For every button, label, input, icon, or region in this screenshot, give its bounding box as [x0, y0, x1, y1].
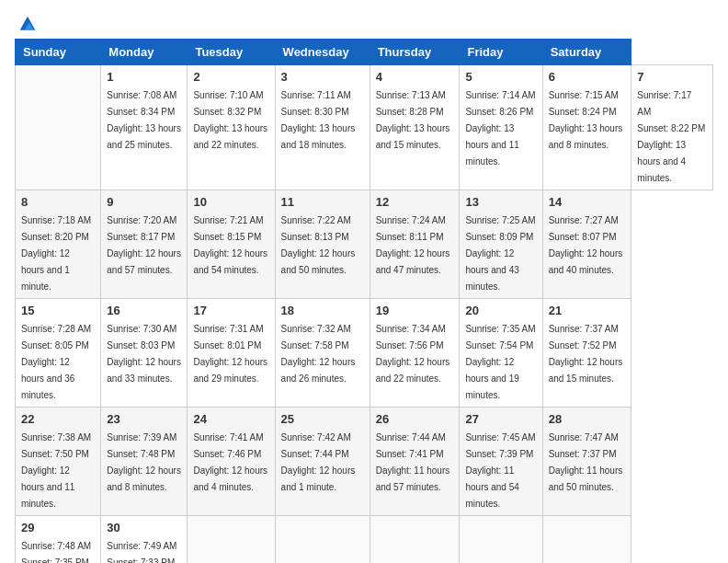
day-cell-22: 22Sunrise: 7:38 AMSunset: 7:50 PMDayligh… — [16, 408, 101, 516]
day-cell-23: 23Sunrise: 7:39 AMSunset: 7:48 PMDayligh… — [101, 408, 188, 516]
weekday-header-thursday: Thursday — [370, 40, 460, 65]
day-info: Sunrise: 7:10 AMSunset: 8:32 PMDaylight:… — [193, 90, 267, 150]
day-number: 21 — [549, 304, 626, 317]
weekday-header-monday: Monday — [101, 40, 188, 65]
day-number: 28 — [549, 412, 626, 426]
day-cell-5: 5Sunrise: 7:14 AMSunset: 8:26 PMDaylight… — [460, 65, 542, 190]
day-number: 19 — [376, 304, 454, 317]
weekday-header-wednesday: Wednesday — [275, 40, 370, 65]
day-info: Sunrise: 7:34 AMSunset: 7:56 PMDaylight:… — [376, 324, 450, 384]
day-cell-14: 14Sunrise: 7:27 AMSunset: 8:07 PMDayligh… — [542, 190, 631, 299]
day-number: 6 — [549, 70, 626, 84]
day-cell-4: 4Sunrise: 7:13 AMSunset: 8:28 PMDaylight… — [370, 65, 460, 190]
day-info: Sunrise: 7:41 AMSunset: 7:46 PMDaylight:… — [193, 432, 267, 492]
day-cell-24: 24Sunrise: 7:41 AMSunset: 7:46 PMDayligh… — [188, 408, 275, 516]
weekday-header-tuesday: Tuesday — [188, 40, 275, 65]
day-info: Sunrise: 7:31 AMSunset: 8:01 PMDaylight:… — [193, 324, 267, 384]
week-row-3: 15Sunrise: 7:28 AMSunset: 8:05 PMDayligh… — [16, 299, 713, 408]
day-number: 13 — [465, 195, 536, 209]
day-number: 15 — [21, 304, 95, 317]
empty-cell — [460, 516, 542, 564]
day-number: 9 — [107, 195, 181, 209]
day-cell-30: 30Sunrise: 7:49 AMSunset: 7:33 PMDayligh… — [101, 516, 188, 564]
day-cell-2: 2Sunrise: 7:10 AMSunset: 8:32 PMDaylight… — [188, 65, 275, 190]
empty-cell — [370, 516, 460, 564]
day-number: 26 — [376, 412, 454, 426]
day-number: 4 — [376, 70, 454, 84]
day-info: Sunrise: 7:37 AMSunset: 7:52 PMDaylight:… — [549, 324, 623, 384]
day-cell-3: 3Sunrise: 7:11 AMSunset: 8:30 PMDaylight… — [275, 65, 370, 190]
day-number: 30 — [107, 521, 181, 534]
day-info: Sunrise: 7:35 AMSunset: 7:54 PMDaylight:… — [465, 324, 535, 400]
day-cell-12: 12Sunrise: 7:24 AMSunset: 8:11 PMDayligh… — [370, 190, 460, 299]
day-info: Sunrise: 7:49 AMSunset: 7:33 PMDaylight:… — [107, 541, 181, 563]
day-cell-18: 18Sunrise: 7:32 AMSunset: 7:58 PMDayligh… — [275, 299, 370, 408]
day-info: Sunrise: 7:15 AMSunset: 8:24 PMDaylight:… — [549, 90, 623, 150]
day-info: Sunrise: 7:13 AMSunset: 8:28 PMDaylight:… — [376, 90, 450, 150]
day-info: Sunrise: 7:21 AMSunset: 8:15 PMDaylight:… — [193, 215, 267, 275]
day-cell-21: 21Sunrise: 7:37 AMSunset: 7:52 PMDayligh… — [542, 299, 631, 408]
day-info: Sunrise: 7:25 AMSunset: 8:09 PMDaylight:… — [465, 215, 535, 292]
day-number: 20 — [465, 304, 536, 317]
day-number: 14 — [549, 195, 626, 209]
day-cell-16: 16Sunrise: 7:30 AMSunset: 8:03 PMDayligh… — [101, 299, 188, 408]
day-number: 8 — [21, 195, 95, 209]
day-info: Sunrise: 7:47 AMSunset: 7:37 PMDaylight:… — [549, 432, 623, 492]
page-header — [15, 15, 713, 29]
weekday-header-row: SundayMondayTuesdayWednesdayThursdayFrid… — [16, 40, 713, 65]
day-cell-20: 20Sunrise: 7:35 AMSunset: 7:54 PMDayligh… — [460, 299, 542, 408]
day-number: 24 — [193, 412, 268, 426]
day-info: Sunrise: 7:17 AMSunset: 8:22 PMDaylight:… — [637, 90, 705, 183]
day-cell-15: 15Sunrise: 7:28 AMSunset: 8:05 PMDayligh… — [16, 299, 101, 408]
day-cell-25: 25Sunrise: 7:42 AMSunset: 7:44 PMDayligh… — [275, 408, 370, 516]
day-info: Sunrise: 7:27 AMSunset: 8:07 PMDaylight:… — [549, 215, 623, 275]
day-cell-10: 10Sunrise: 7:21 AMSunset: 8:15 PMDayligh… — [188, 190, 275, 299]
empty-cell — [542, 516, 631, 564]
day-cell-1: 1Sunrise: 7:08 AMSunset: 8:34 PMDaylight… — [101, 65, 188, 190]
day-number: 16 — [107, 304, 181, 317]
empty-cell — [275, 516, 370, 564]
day-info: Sunrise: 7:39 AMSunset: 7:48 PMDaylight:… — [107, 432, 181, 492]
day-cell-26: 26Sunrise: 7:44 AMSunset: 7:41 PMDayligh… — [370, 408, 460, 516]
day-number: 23 — [107, 412, 181, 426]
day-info: Sunrise: 7:32 AMSunset: 7:58 PMDaylight:… — [281, 324, 356, 384]
day-cell-28: 28Sunrise: 7:47 AMSunset: 7:37 PMDayligh… — [542, 408, 631, 516]
day-number: 2 — [193, 70, 268, 84]
day-info: Sunrise: 7:45 AMSunset: 7:39 PMDaylight:… — [465, 432, 535, 509]
day-info: Sunrise: 7:11 AMSunset: 8:30 PMDaylight:… — [281, 90, 356, 150]
logo — [15, 15, 37, 29]
day-info: Sunrise: 7:44 AMSunset: 7:41 PMDaylight:… — [376, 432, 450, 492]
day-info: Sunrise: 7:38 AMSunset: 7:50 PMDaylight:… — [21, 432, 91, 509]
weekday-header-friday: Friday — [460, 40, 542, 65]
day-number: 11 — [281, 195, 364, 209]
empty-cell — [188, 516, 275, 564]
day-number: 18 — [281, 304, 364, 317]
week-row-1: 1Sunrise: 7:08 AMSunset: 8:34 PMDaylight… — [16, 65, 713, 190]
day-info: Sunrise: 7:24 AMSunset: 8:11 PMDaylight:… — [376, 215, 450, 275]
day-cell-13: 13Sunrise: 7:25 AMSunset: 8:09 PMDayligh… — [460, 190, 542, 299]
day-number: 29 — [21, 521, 95, 534]
day-number: 12 — [376, 195, 454, 209]
day-info: Sunrise: 7:28 AMSunset: 8:05 PMDaylight:… — [21, 324, 91, 400]
week-row-5: 29Sunrise: 7:48 AMSunset: 7:35 PMDayligh… — [16, 516, 713, 564]
day-cell-19: 19Sunrise: 7:34 AMSunset: 7:56 PMDayligh… — [370, 299, 460, 408]
day-cell-17: 17Sunrise: 7:31 AMSunset: 8:01 PMDayligh… — [188, 299, 275, 408]
week-row-2: 8Sunrise: 7:18 AMSunset: 8:20 PMDaylight… — [16, 190, 713, 299]
day-info: Sunrise: 7:22 AMSunset: 8:13 PMDaylight:… — [281, 215, 356, 275]
day-info: Sunrise: 7:08 AMSunset: 8:34 PMDaylight:… — [107, 90, 181, 150]
calendar-table: SundayMondayTuesdayWednesdayThursdayFrid… — [15, 39, 713, 563]
logo-icon — [18, 15, 37, 33]
day-info: Sunrise: 7:18 AMSunset: 8:20 PMDaylight:… — [21, 215, 91, 292]
day-number: 5 — [465, 70, 536, 84]
day-cell-9: 9Sunrise: 7:20 AMSunset: 8:17 PMDaylight… — [101, 190, 188, 299]
day-cell-7: 7Sunrise: 7:17 AMSunset: 8:22 PMDaylight… — [631, 65, 713, 190]
weekday-header-sunday: Sunday — [16, 40, 101, 65]
day-cell-6: 6Sunrise: 7:15 AMSunset: 8:24 PMDaylight… — [542, 65, 631, 190]
day-number: 17 — [193, 304, 268, 317]
day-cell-11: 11Sunrise: 7:22 AMSunset: 8:13 PMDayligh… — [275, 190, 370, 299]
day-cell-29: 29Sunrise: 7:48 AMSunset: 7:35 PMDayligh… — [16, 516, 101, 564]
day-number: 25 — [281, 412, 364, 426]
day-info: Sunrise: 7:20 AMSunset: 8:17 PMDaylight:… — [107, 215, 181, 275]
day-info: Sunrise: 7:42 AMSunset: 7:44 PMDaylight:… — [281, 432, 356, 492]
day-number: 3 — [281, 70, 364, 84]
